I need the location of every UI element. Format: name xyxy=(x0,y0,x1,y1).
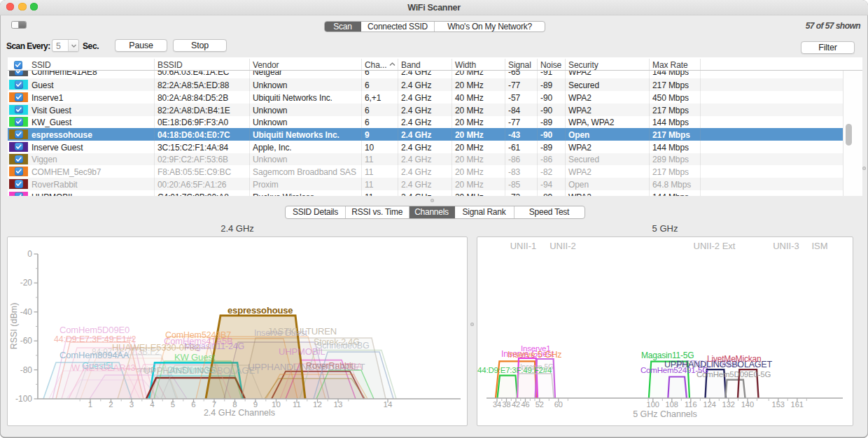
svg-text:2hsSNmb3G: 2hsSNmb3G xyxy=(168,365,215,375)
svg-text:ISM: ISM xyxy=(811,241,827,251)
svg-text:153: 153 xyxy=(772,400,785,409)
svg-text:ComHem5D09E0-5G: ComHem5D09E0-5G xyxy=(696,370,771,379)
svg-text:13: 13 xyxy=(334,400,343,409)
svg-text:161: 161 xyxy=(791,400,804,409)
svg-text:46: 46 xyxy=(521,400,529,409)
svg-text:116: 116 xyxy=(685,400,697,409)
svg-text:38: 38 xyxy=(502,400,510,409)
svg-text:132: 132 xyxy=(722,400,735,409)
svg-text:espressohouse: espressohouse xyxy=(227,305,293,316)
svg-text:-40: -40 xyxy=(20,307,33,317)
svg-text:ComHem5D09E0: ComHem5D09E0 xyxy=(59,325,130,335)
svg-text:UNII-2: UNII-2 xyxy=(550,241,576,251)
svg-text:-100: -100 xyxy=(15,394,32,404)
svg-text:T3A: T3A xyxy=(346,362,363,372)
svg-text:0: 0 xyxy=(27,249,32,259)
svg-text:UNII-1: UNII-1 xyxy=(510,241,537,251)
svg-text:42: 42 xyxy=(512,400,520,409)
svg-text:9: 9 xyxy=(253,400,258,409)
svg-text:W NETGEAR43: W NETGEAR43 xyxy=(71,362,136,373)
svg-text:Magasin11-24G: Magasin11-24G xyxy=(184,341,244,351)
svg-text:4: 4 xyxy=(150,400,155,409)
svg-text:KW Guest: KW Guest xyxy=(174,352,216,362)
svg-text:Inserve-5G: Inserve-5G xyxy=(520,363,554,371)
svg-text:1: 1 xyxy=(88,400,92,409)
svg-text:124: 124 xyxy=(704,400,716,409)
svg-text:UNII-2 Ext: UNII-2 Ext xyxy=(694,241,736,251)
svg-text:5 GHz Channels: 5 GHz Channels xyxy=(633,409,697,419)
svg-text:ComHem8094AA: ComHem8094AA xyxy=(59,350,130,360)
svg-text:3: 3 xyxy=(130,400,134,409)
svg-text:108: 108 xyxy=(666,400,678,409)
svg-text:UNII-3: UNII-3 xyxy=(773,241,799,251)
svg-text:Inserve 5 GHz: Inserve 5 GHz xyxy=(507,350,561,360)
svg-text:RSSI (dBm): RSSI (dBm) xyxy=(9,303,19,350)
svg-text:5: 5 xyxy=(171,400,175,409)
svg-text:Schneide0BG: Schneide0BG xyxy=(316,341,370,351)
svg-text:34: 34 xyxy=(493,400,501,409)
svg-text:52: 52 xyxy=(536,400,544,409)
svg-text:10: 10 xyxy=(272,400,281,409)
svg-text:8: 8 xyxy=(232,400,237,409)
svg-text:12: 12 xyxy=(313,400,322,409)
svg-text:11: 11 xyxy=(293,400,301,409)
svg-text:-60: -60 xyxy=(20,336,33,346)
svg-text:Inserve Guest: Inserve Guest xyxy=(254,328,308,338)
svg-text:7: 7 xyxy=(212,400,216,409)
svg-text:60: 60 xyxy=(554,400,563,409)
svg-text:100: 100 xyxy=(647,400,659,409)
svg-text:-20: -20 xyxy=(20,278,33,288)
svg-text:2.4 GHz Channels: 2.4 GHz Channels xyxy=(204,408,275,418)
svg-text:LivetMeMickan: LivetMeMickan xyxy=(707,354,761,364)
svg-text:14: 14 xyxy=(384,400,393,409)
svg-text:140: 140 xyxy=(741,400,754,409)
svg-text:6: 6 xyxy=(191,400,195,409)
svg-text:-80: -80 xyxy=(20,365,33,375)
svg-text:2: 2 xyxy=(108,400,113,409)
